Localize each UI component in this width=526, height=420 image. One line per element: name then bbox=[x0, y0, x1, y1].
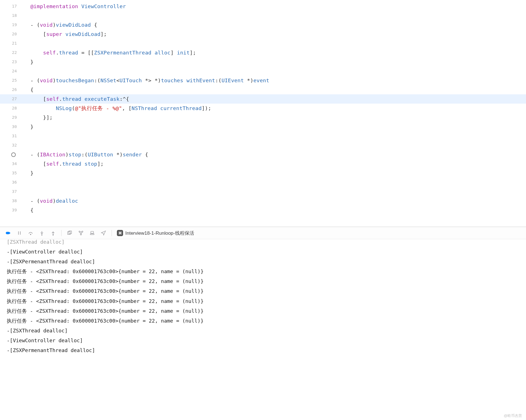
line-gutter[interactable]: 19 bbox=[0, 20, 20, 29]
code-content[interactable]: } bbox=[21, 168, 33, 178]
step-over-icon[interactable] bbox=[28, 230, 34, 236]
line-gutter[interactable]: 32 bbox=[0, 141, 20, 150]
code-content[interactable]: [super viewDidLoad]; bbox=[21, 29, 107, 39]
code-content[interactable]: { bbox=[21, 206, 33, 215]
code-content[interactable]: NSLog(@"执行任务 - %@", [NSThread currentThr… bbox=[21, 104, 211, 113]
line-gutter[interactable]: 27 bbox=[0, 94, 20, 104]
svg-rect-0 bbox=[6, 232, 10, 234]
code-line[interactable]: 19- (void)viewDidLoad { bbox=[0, 20, 526, 29]
console-line: -[ViewController dealloc] bbox=[7, 247, 519, 257]
code-line[interactable]: - (IBAction)stop:(UIButton *)sender { bbox=[0, 150, 526, 159]
code-line[interactable]: 22 self.thread = [[ZSXPermenantThread al… bbox=[0, 48, 526, 57]
code-line[interactable]: 37 bbox=[0, 187, 526, 196]
line-gutter[interactable]: 38 bbox=[0, 196, 20, 206]
watermark-text: @欧币杰普 bbox=[504, 413, 522, 418]
breakpoint-toggle-icon[interactable] bbox=[5, 230, 11, 236]
line-gutter[interactable]: 35 bbox=[0, 168, 20, 178]
svg-rect-10 bbox=[69, 231, 72, 234]
code-line[interactable]: 20 [super viewDidLoad]; bbox=[0, 29, 526, 39]
code-line[interactable]: 29 }]; bbox=[0, 113, 526, 122]
pause-icon[interactable] bbox=[16, 230, 22, 236]
line-gutter[interactable]: 20 bbox=[0, 29, 20, 39]
console-line: 执行任务 - <ZSXThread: 0x600001763c00>{numbe… bbox=[7, 306, 519, 316]
code-line[interactable]: 32 bbox=[0, 141, 526, 150]
simulate-location-icon[interactable] bbox=[100, 230, 106, 236]
line-gutter[interactable]: 26 bbox=[0, 85, 20, 94]
code-content[interactable]: @implementation ViewController bbox=[21, 2, 126, 11]
code-content[interactable]: { bbox=[21, 85, 33, 94]
svg-rect-9 bbox=[68, 232, 71, 234]
code-line[interactable]: 36 bbox=[0, 178, 526, 187]
code-line[interactable]: 23} bbox=[0, 57, 526, 67]
code-content[interactable]: self.thread = [[ZSXPermenantThread alloc… bbox=[21, 48, 196, 57]
code-content[interactable]: } bbox=[21, 122, 33, 131]
code-content[interactable]: - (IBAction)stop:(UIButton *)sender { bbox=[21, 150, 148, 159]
console-line: 执行任务 - <ZSXThread: 0x600001763c00>{numbe… bbox=[7, 296, 519, 306]
console-line: -[ZSXPermenantThread dealloc] bbox=[7, 345, 519, 355]
code-content[interactable]: }]; bbox=[21, 113, 53, 122]
code-line[interactable]: 31 bbox=[0, 131, 526, 141]
line-gutter[interactable]: 37 bbox=[0, 187, 20, 196]
line-gutter[interactable]: 18 bbox=[0, 11, 20, 20]
console-line: -[ZSXThread dealloc] bbox=[7, 326, 519, 335]
code-line[interactable]: 28 NSLog(@"执行任务 - %@", [NSThread current… bbox=[0, 104, 526, 113]
code-line[interactable]: 25- (void)touchesBegan:(NSSet<UITouch *>… bbox=[0, 76, 526, 85]
breakpoint-indicator-icon[interactable] bbox=[11, 152, 16, 157]
line-gutter[interactable]: 22 bbox=[0, 48, 20, 57]
line-gutter[interactable]: 23 bbox=[0, 57, 20, 67]
debug-target-label[interactable]: ⌘ Interview18-1-Runloop-线程保活 bbox=[117, 230, 194, 236]
svg-line-15 bbox=[80, 232, 81, 234]
svg-line-16 bbox=[81, 232, 82, 234]
line-gutter[interactable]: 28 bbox=[0, 104, 20, 113]
code-line[interactable]: 39{ bbox=[0, 206, 526, 215]
code-line[interactable]: 21 bbox=[0, 39, 526, 48]
line-gutter[interactable]: 39 bbox=[0, 206, 20, 215]
code-content[interactable]: [self.thread stop]; bbox=[21, 159, 104, 168]
code-line[interactable]: 27 [self.thread executeTask:^{ bbox=[0, 94, 526, 104]
step-out-icon[interactable] bbox=[50, 230, 56, 236]
console-line: -[ZSXPermenantThread dealloc] bbox=[7, 257, 519, 266]
code-content[interactable]: } bbox=[21, 57, 33, 67]
toolbar-separator bbox=[112, 230, 112, 236]
code-line[interactable]: 26{ bbox=[0, 85, 526, 94]
code-line[interactable]: 24 bbox=[0, 67, 526, 76]
environment-overrides-icon[interactable] bbox=[89, 230, 95, 236]
line-gutter[interactable]: 24 bbox=[0, 67, 20, 76]
code-content[interactable]: - (void)viewDidLoad { bbox=[21, 20, 97, 29]
code-line[interactable]: 35} bbox=[0, 168, 526, 178]
code-editor-pane[interactable]: 17@implementation ViewController1819- (v… bbox=[0, 0, 526, 227]
console-line: 执行任务 - <ZSXThread: 0x600001763c00>{numbe… bbox=[7, 316, 519, 326]
line-gutter[interactable]: 17 bbox=[0, 2, 20, 11]
svg-point-6 bbox=[42, 234, 42, 235]
line-gutter[interactable]: 36 bbox=[0, 178, 20, 187]
svg-point-8 bbox=[53, 234, 54, 235]
svg-rect-18 bbox=[90, 234, 94, 235]
line-gutter[interactable]: 29 bbox=[0, 113, 20, 122]
console-line: 执行任务 - <ZSXThread: 0x600001763c00>{numbe… bbox=[7, 276, 519, 286]
debug-view-hierarchy-icon[interactable] bbox=[67, 230, 73, 236]
line-gutter[interactable]: 34 bbox=[0, 159, 20, 168]
console-output-pane[interactable]: [ZSXThread dealloc] -[ViewController dea… bbox=[0, 239, 526, 355]
console-line: 执行任务 - <ZSXThread: 0x600001763c00>{numbe… bbox=[7, 286, 519, 296]
app-badge-icon: ⌘ bbox=[117, 230, 123, 236]
code-line[interactable]: 34 [self.thread stop]; bbox=[0, 159, 526, 168]
line-gutter[interactable]: 21 bbox=[0, 39, 20, 48]
code-line[interactable]: 38- (void)dealloc bbox=[0, 196, 526, 206]
code-line[interactable]: 30} bbox=[0, 122, 526, 131]
line-gutter[interactable] bbox=[0, 150, 20, 159]
debug-memory-graph-icon[interactable] bbox=[78, 230, 84, 236]
console-line: -[ViewController dealloc] bbox=[7, 335, 519, 345]
line-gutter[interactable]: 25 bbox=[0, 76, 20, 85]
code-content[interactable]: [self.thread executeTask:^{ bbox=[21, 94, 129, 104]
code-content[interactable]: - (void)touchesBegan:(NSSet<UITouch *> *… bbox=[21, 76, 269, 85]
code-line[interactable]: 17@implementation ViewController bbox=[0, 2, 526, 11]
step-into-icon[interactable] bbox=[39, 230, 45, 236]
code-line[interactable]: 18 bbox=[0, 11, 526, 20]
console-line: 执行任务 - <ZSXThread: 0x600001763c00>{numbe… bbox=[7, 266, 519, 276]
console-line: [ZSXThread dealloc] bbox=[7, 237, 519, 247]
code-content[interactable]: - (void)dealloc bbox=[21, 196, 78, 206]
svg-marker-1 bbox=[9, 232, 10, 234]
line-gutter[interactable]: 30 bbox=[0, 122, 20, 131]
line-gutter[interactable]: 31 bbox=[0, 131, 20, 141]
toolbar-separator bbox=[61, 230, 62, 236]
